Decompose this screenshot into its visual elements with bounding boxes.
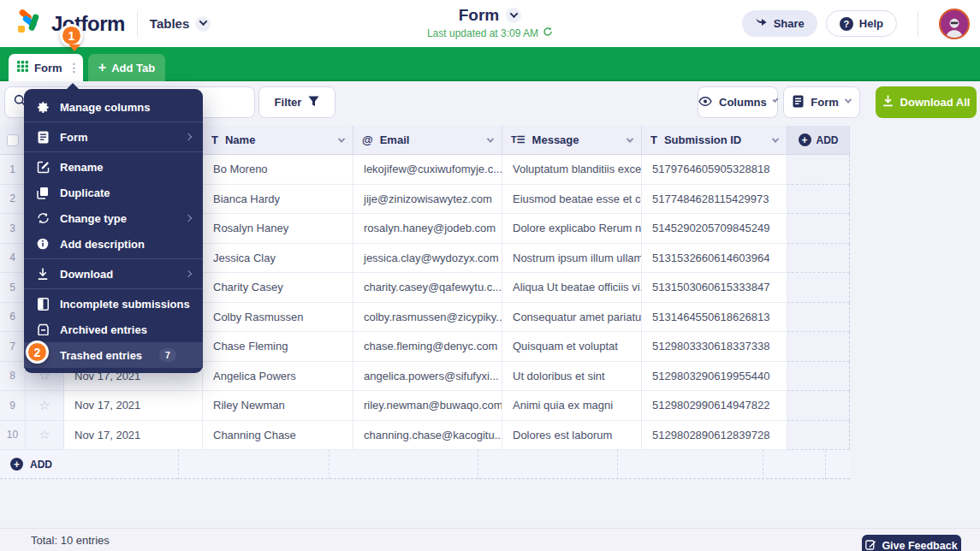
cell-message[interactable]: Dolore explicabo Rerum n... [502,214,642,244]
cell-email[interactable]: chase.fleming@denyc.com [353,332,502,362]
star-icon[interactable]: ☆ [26,421,64,451]
cell-email[interactable]: lekojifew@cuxiwufomyje.c... [353,155,502,185]
cell-name[interactable]: Bo Moreno [203,155,353,185]
add-tab-button[interactable]: + Add Tab [88,54,165,81]
cell-email[interactable]: channing.chase@kacogitu... [353,421,502,451]
cell-name[interactable]: Charity Casey [203,273,353,303]
refresh-icon[interactable] [543,27,553,39]
share-arrow-icon [755,17,768,31]
tab-form[interactable]: Form ⋮ [9,54,83,81]
give-feedback-button[interactable]: Give Feedback [862,535,961,551]
tab-options-dots-icon[interactable]: ⋮ [68,62,80,74]
cell-name[interactable]: Bianca Hardy [203,185,353,215]
cell-submission-id[interactable]: 5129803330618337338 [642,332,787,362]
grid-icon [17,60,28,75]
cell-message[interactable]: Eiusmod beatae esse et co... [502,185,642,215]
cell-submission-id[interactable]: 5177484628115429973 [642,185,787,215]
cell-email[interactable]: jessica.clay@wydozyx.com [353,244,502,274]
menu-item-form[interactable]: Form [24,124,203,150]
cell-email[interactable]: charity.casey@qafewytu.c... [353,273,502,303]
tables-menu-button[interactable]: Tables [150,16,211,32]
column-header-name[interactable]: T Name [203,126,353,155]
cell-email[interactable]: colby.rasmussen@zicypiky... [353,303,502,333]
document-icon [793,95,804,110]
menu-item-incomplete-submissions[interactable]: Incomplete submissions [24,291,203,317]
cell-submission-id[interactable]: 5129802890612839728 [642,421,787,451]
cell-email[interactable]: jije@zinizowisawytez.com [353,185,502,215]
select-all-checkbox[interactable] [7,134,19,146]
menu-item-archived-entries[interactable]: Archived entries [24,317,203,342]
cell-submission-id[interactable]: 5131464550618626813 [642,303,787,333]
cell-email[interactable]: angelica.powers@sifufyxi... [353,362,502,392]
cell-submission-id[interactable]: 5131503060615333847 [642,273,787,303]
cell-submission-id[interactable]: 5131532660614603964 [642,244,787,274]
column-label: Email [380,133,410,146]
column-header-submission-id[interactable]: T Submission ID [642,126,787,155]
tab-bar: Form ⋮ + Add Tab [0,47,980,81]
chevron-down-icon[interactable] [338,135,345,142]
menu-item-label: Trashed entries [60,349,142,362]
menu-item-label: Add description [60,238,145,251]
cell-message[interactable]: Aliqua Ut beatae officiis vi... [502,273,642,303]
title-chevron-down-icon[interactable] [506,8,521,23]
cell-message[interactable]: Ut doloribus et sint [502,362,642,392]
table-row[interactable]: 10 ☆ Nov 17, 2021 Channing Chase channin… [0,421,850,451]
table-row[interactable]: 9 ☆ Nov 17, 2021 Riley Newman riley.newm… [0,391,850,421]
cell-name[interactable]: Riley Newman [203,391,353,421]
menu-item-rename[interactable]: Rename [24,154,203,180]
menu-item-change-type[interactable]: Change type [24,205,203,231]
jotform-tables-app: Jotform Tables Form Last updated at 3:09… [0,0,980,551]
avatar[interactable] [939,9,970,39]
cell-message[interactable]: Nostrum ipsum illum ullam... [502,244,642,274]
cell-email[interactable]: riley.newman@buwaqo.com [353,391,502,421]
add-column-button[interactable]: + ADD [787,126,850,155]
columns-button[interactable]: Columns [698,86,778,118]
menu-item-label: Form [60,131,88,144]
cell-name[interactable]: Channing Chase [203,421,353,451]
cell-message[interactable]: Dolores est laborum [502,421,642,451]
help-button[interactable]: ? Help [826,10,897,37]
cell-add-placeholder [787,273,850,303]
add-entry-button[interactable]: + ADD [0,458,52,471]
filter-button[interactable]: Filter [258,86,336,118]
cell-message[interactable]: Animi quia ex magni [502,391,642,421]
menu-item-manage-columns[interactable]: Manage columns [24,94,203,120]
chevron-down-icon[interactable] [772,135,779,142]
menu-item-duplicate[interactable]: Duplicate [24,180,203,205]
cell-message[interactable]: Consequatur amet pariatu... [502,303,642,333]
cell-date[interactable]: Nov 17, 2021 [64,421,203,451]
cell-date[interactable]: Nov 17, 2021 [64,391,203,421]
cell-submission-id[interactable]: 5129802990614947822 [642,391,787,421]
column-header-message[interactable]: T☰ Message [502,126,642,155]
funnel-icon [308,96,319,110]
cell-name[interactable]: Angelica Powers [203,362,353,392]
cell-add-placeholder [787,303,850,333]
cell-name[interactable]: Rosalyn Haney [203,214,353,244]
filter-label: Filter [275,96,302,109]
menu-item-add-description[interactable]: Add description [24,231,203,257]
chevron-down-icon[interactable] [487,135,494,142]
chevron-down-icon[interactable] [627,135,633,142]
cell-submission-id[interactable]: 5145290205709845249 [642,214,787,244]
row-number: 1 [0,155,26,185]
column-header-email[interactable]: @ Email [353,126,502,155]
cell-message[interactable]: Voluptatum blanditiis exce... [502,155,642,185]
menu-item-label: Duplicate [60,187,110,199]
cell-submission-id[interactable]: 5129803290619955440 [642,362,787,392]
download-all-button[interactable]: Download All [876,86,977,118]
cell-name[interactable]: Jessica Clay [203,244,353,274]
cell-email[interactable]: rosalyn.haney@jodeb.com [353,214,502,244]
menu-item-label: Rename [60,161,104,174]
cell-add-placeholder [787,155,850,185]
menu-item-download[interactable]: Download [24,261,203,287]
star-icon[interactable]: ☆ [26,391,64,421]
menu-item-trashed-entries[interactable]: Trashed entries 7 [24,342,203,368]
cell-name[interactable]: Colby Rasmussen [203,303,353,333]
header-divider [137,11,138,37]
cell-add-placeholder [787,214,850,244]
cell-submission-id[interactable]: 5179764605905328818 [642,155,787,185]
cell-message[interactable]: Quisquam et voluptat [502,332,642,362]
cell-name[interactable]: Chase Fleming [203,332,353,362]
form-view-button[interactable]: Form [783,86,860,118]
share-button[interactable]: Share [742,10,817,37]
